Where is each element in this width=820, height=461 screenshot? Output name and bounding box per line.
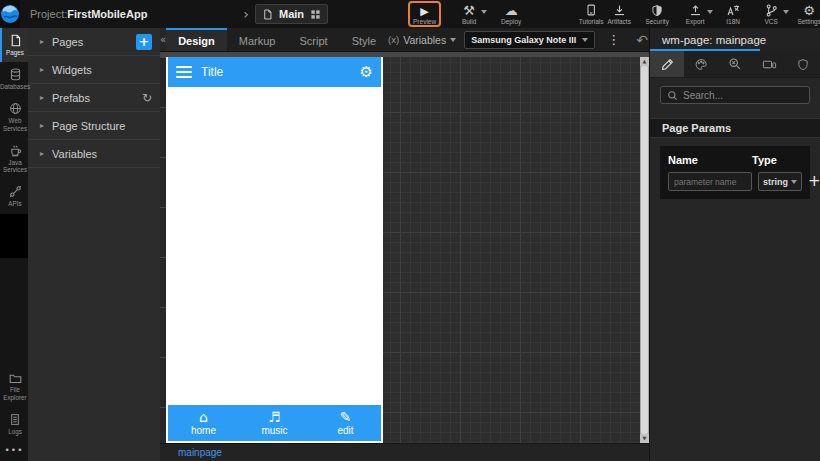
nav-item-home[interactable]: ⌂ home bbox=[168, 405, 239, 441]
sidebar-item-label: Databases bbox=[0, 83, 30, 90]
page-params-panel: Name Type string + bbox=[660, 146, 810, 199]
tab-security[interactable] bbox=[786, 51, 820, 77]
chevron-right-icon: › bbox=[243, 7, 249, 21]
phone-mockup[interactable]: Title ⚙ ⌂ home ♬ music ✎ edit bbox=[166, 57, 383, 443]
more-options-icon[interactable]: ••• bbox=[0, 441, 28, 461]
parameter-type-select[interactable]: string bbox=[758, 172, 802, 191]
artifacts-label: Artifacts bbox=[607, 18, 630, 25]
add-parameter-button[interactable]: + bbox=[808, 174, 820, 189]
nav-item-edit[interactable]: ✎ edit bbox=[310, 405, 381, 441]
nav-item-music[interactable]: ♬ music bbox=[239, 405, 310, 441]
panel-section-page-structure[interactable]: ▸ Page Structure bbox=[28, 112, 160, 140]
parameter-name-input[interactable] bbox=[668, 172, 752, 191]
sidebar-item-web-services[interactable]: Web Services bbox=[0, 96, 28, 137]
artifacts-button[interactable]: Artifacts bbox=[605, 1, 633, 27]
phone-bottom-nav: ⌂ home ♬ music ✎ edit bbox=[168, 405, 381, 441]
i18n-button[interactable]: I18N bbox=[719, 1, 747, 27]
panel-section-pages[interactable]: ▸ Pages + bbox=[28, 28, 160, 56]
variables-icon: (x) bbox=[388, 34, 399, 45]
tab-search-bindings[interactable] bbox=[718, 51, 752, 77]
left-sidebar: Pages Databases Web Services Java Servic… bbox=[0, 28, 28, 461]
wavemaker-logo[interactable] bbox=[0, 0, 20, 28]
panel-section-widgets[interactable]: ▸ Widgets bbox=[28, 56, 160, 84]
sidebar-item-logs[interactable]: Logs bbox=[0, 407, 28, 441]
book-icon bbox=[585, 3, 597, 17]
tab-style[interactable]: Style bbox=[340, 28, 388, 51]
canvas-toolbar: « Design Markup Script Style (x) Variabl… bbox=[160, 28, 649, 52]
tutorials-button[interactable]: Tutorials bbox=[577, 1, 605, 27]
caret-down-icon bbox=[582, 38, 588, 42]
breadcrumb[interactable]: mainpage bbox=[178, 447, 222, 458]
search-icon bbox=[667, 90, 678, 101]
search-box bbox=[660, 86, 810, 104]
top-bar: Project:FirstMobileApp › Main ▶ Preview … bbox=[0, 0, 820, 28]
log-file-icon bbox=[9, 413, 21, 426]
deploy-button[interactable]: ☁ ↑ Deploy bbox=[497, 1, 525, 27]
pencil-icon bbox=[661, 58, 674, 71]
device-select[interactable]: Samsung Galaxy Note III bbox=[464, 31, 595, 49]
search-input[interactable] bbox=[683, 90, 803, 101]
sidebar-item-apis[interactable]: APIs bbox=[0, 179, 28, 213]
phone-page-content[interactable] bbox=[168, 87, 381, 405]
sidebar-item-pages[interactable]: Pages bbox=[0, 28, 28, 62]
play-icon: ▶ bbox=[420, 3, 428, 17]
scroll-up-icon[interactable]: ▲ bbox=[640, 57, 649, 66]
caret-right-icon: ▸ bbox=[40, 150, 44, 158]
upload-tray-icon bbox=[689, 3, 702, 17]
sidebar-item-file-explorer[interactable]: File Explorer bbox=[0, 366, 28, 406]
variables-label: Variables bbox=[403, 34, 446, 46]
sidebar-item-java-services[interactable]: Java Services bbox=[0, 138, 28, 179]
panel-section-prefabs[interactable]: ▸ Prefabs ↻ bbox=[28, 84, 160, 112]
security-button[interactable]: Security bbox=[643, 1, 671, 27]
column-header-name: Name bbox=[668, 154, 752, 166]
gear-icon[interactable]: ⚙ bbox=[360, 65, 373, 80]
design-canvas[interactable]: Title ⚙ ⌂ home ♬ music ✎ edit ▲ ▼ bbox=[160, 52, 649, 443]
active-tab-indicator bbox=[650, 49, 760, 51]
caret-down-icon bbox=[783, 10, 789, 14]
preview-button[interactable]: ▶ Preview bbox=[408, 1, 441, 27]
add-page-button[interactable]: + bbox=[136, 34, 152, 50]
deploy-label: Deploy bbox=[501, 18, 521, 25]
pencil-icon: ✎ bbox=[340, 410, 352, 424]
settings-button[interactable]: ⚙ Settings bbox=[795, 1, 820, 27]
phone-header[interactable]: Title ⚙ bbox=[168, 57, 381, 87]
sidebar-item-label: Web Services bbox=[3, 117, 27, 131]
security-label: Security bbox=[645, 18, 668, 25]
scroll-down-icon[interactable]: ▼ bbox=[640, 434, 649, 443]
scrollbar-thumb[interactable] bbox=[641, 66, 648, 434]
build-button[interactable]: ⚒ Build bbox=[455, 1, 483, 27]
tab-script[interactable]: Script bbox=[288, 28, 340, 51]
tab-devices[interactable] bbox=[752, 51, 786, 77]
column-header-type: Type bbox=[752, 154, 777, 166]
panel-section-label: Prefabs bbox=[52, 92, 142, 104]
left-panel: ▸ Pages + ▸ Widgets ▸ Prefabs ↻ ▸ Page S… bbox=[28, 28, 160, 461]
kebab-menu-icon[interactable]: ⋮ bbox=[603, 28, 624, 51]
vcs-label: VCS bbox=[764, 18, 777, 25]
upload-arrow-icon: ↑ bbox=[508, 5, 514, 12]
hamburger-menu-icon[interactable] bbox=[176, 66, 192, 79]
variables-dropdown[interactable]: (x) Variables bbox=[388, 28, 456, 51]
download-tray-icon bbox=[613, 3, 626, 17]
canvas-scrollbar[interactable]: ▲ ▼ bbox=[640, 57, 649, 443]
nav-item-label: music bbox=[261, 425, 287, 436]
caret-down-icon bbox=[450, 38, 456, 42]
project-label: Project: bbox=[30, 8, 67, 20]
sidebar-item-label: Logs bbox=[8, 428, 22, 435]
caret-right-icon: ▸ bbox=[40, 94, 44, 102]
tab-design[interactable]: Design bbox=[166, 28, 227, 51]
grid-icon[interactable] bbox=[310, 9, 321, 20]
panel-section-variables[interactable]: ▸ Variables bbox=[28, 140, 160, 168]
tab-styles[interactable] bbox=[684, 51, 718, 77]
vcs-button[interactable]: VCS bbox=[757, 1, 785, 27]
tab-markup[interactable]: Markup bbox=[227, 28, 288, 51]
home-icon: ⌂ bbox=[199, 410, 208, 424]
page-select[interactable]: Main bbox=[255, 4, 328, 24]
tutorials-label: Tutorials bbox=[579, 18, 604, 25]
palette-icon bbox=[694, 58, 708, 71]
refresh-icon[interactable]: ↻ bbox=[142, 92, 152, 104]
tab-properties[interactable] bbox=[650, 51, 684, 77]
sidebar-item-databases[interactable]: Databases bbox=[0, 62, 28, 96]
build-label: Build bbox=[462, 18, 476, 25]
sidebar-spacer bbox=[0, 214, 28, 258]
export-button[interactable]: Export bbox=[681, 1, 709, 27]
